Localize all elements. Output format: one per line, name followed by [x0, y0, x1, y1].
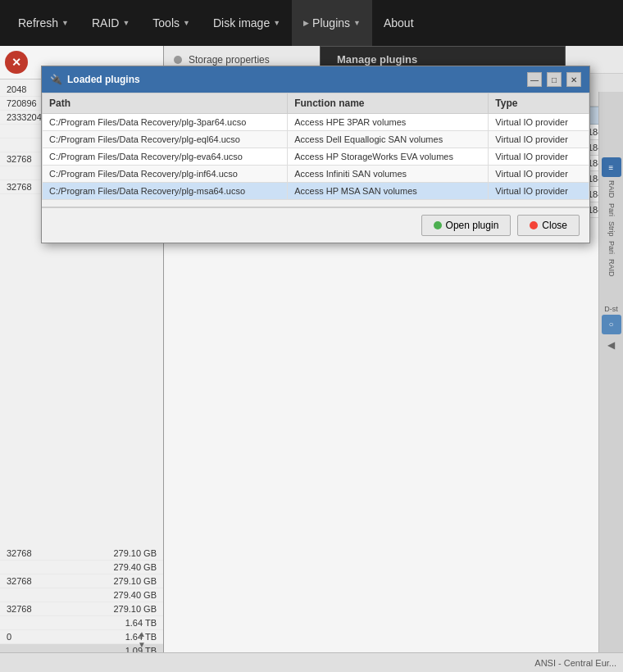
dialog-col-type: Type — [489, 93, 589, 114]
list-item: 32768279.10 GB — [0, 547, 163, 561]
open-plugin-button[interactable]: Open plugin — [421, 215, 512, 236]
strip-icon-1[interactable]: ≡ — [602, 157, 621, 177]
list-item: 32768279.10 GB — [0, 574, 163, 588]
menubar: Refresh ▼ RAID ▼ Tools ▼ Disk image ▼ ▶ … — [0, 0, 623, 46]
strip-icon-2[interactable]: ○ — [602, 315, 621, 334]
close-x-button[interactable]: ✕ — [5, 51, 28, 74]
strip-nav-section: D-st ○ — [602, 305, 621, 334]
status-text: ANSI - Central Eur... — [534, 658, 616, 668]
dialog-table-wrap: Path Function name Type C:/Program Files… — [42, 93, 589, 207]
close-dialog-button[interactable]: Close — [517, 215, 580, 236]
table-row[interactable]: C:/Program Files/Data Recovery/plg-msa64… — [43, 183, 589, 200]
table-row[interactable]: C:/Program Files/Data Recovery/plg-eva64… — [43, 148, 589, 166]
menubar-item-diskimage[interactable]: Disk image ▼ — [202, 0, 292, 46]
tools-arrow-icon: ▼ — [183, 19, 190, 27]
diskimage-arrow-icon: ▼ — [273, 19, 280, 27]
strip-label-strip: Strip — [607, 220, 616, 238]
dialog-footer: Open plugin Close — [42, 207, 589, 243]
strip-label-pari: Pari — [607, 202, 616, 218]
list-item: 279.40 GB — [0, 561, 163, 574]
storage-status-dot — [174, 56, 182, 64]
menubar-item-about[interactable]: About — [372, 0, 425, 46]
menubar-item-plugins[interactable]: ▶ Plugins ▼ — [292, 0, 372, 46]
status-bar: ANSI - Central Eur... — [0, 652, 623, 672]
dialog-content: Path Function name Type C:/Program Files… — [42, 93, 589, 243]
plugins-left-arrow-icon: ▶ — [303, 19, 309, 27]
list-item: 32768279.10 GB — [0, 602, 163, 616]
strip-label-raid: RAID — [607, 179, 616, 200]
dialog-minimize-button[interactable]: — — [527, 72, 542, 87]
dialog-table: Path Function name Type C:/Program Files… — [42, 93, 589, 200]
dialog-close-button[interactable]: ✕ — [566, 72, 581, 87]
plugins-arrow-icon: ▼ — [353, 19, 361, 27]
list-item: 279.40 GB — [0, 588, 163, 602]
plugin-icon: 🔌 — [50, 74, 62, 85]
table-row[interactable]: C:/Program Files/Data Recovery/plg-3par6… — [43, 114, 589, 131]
menubar-item-raid[interactable]: RAID ▼ — [80, 0, 141, 46]
strip-label-d0: D-st — [604, 305, 618, 313]
dialog-col-function: Function name — [288, 93, 489, 114]
menubar-item-refresh[interactable]: Refresh ▼ — [7, 0, 80, 46]
refresh-arrow-icon: ▼ — [61, 19, 69, 27]
raid-arrow-icon: ▼ — [122, 19, 130, 27]
scroll-arrows: ▲ ▼ — [138, 629, 146, 649]
close-dialog-dot-icon — [530, 221, 538, 229]
scroll-up-icon[interactable]: ▲ — [138, 629, 146, 638]
scroll-down-icon[interactable]: ▼ — [138, 640, 146, 649]
loaded-plugins-dialog: 🔌 Loaded plugins — □ ✕ Path Function nam… — [41, 66, 590, 243]
dialog-col-path: Path — [43, 93, 288, 114]
dialog-controls: — □ ✕ — [527, 72, 581, 87]
menubar-item-tools[interactable]: Tools ▼ — [141, 0, 202, 46]
dialog-maximize-button[interactable]: □ — [547, 72, 562, 87]
storage-props-label: Storage properties — [189, 54, 270, 66]
strip-nav-arrow-icon[interactable]: ◀ — [607, 339, 615, 351]
table-row[interactable]: C:/Program Files/Data Recovery/plg-inf64… — [43, 166, 589, 183]
strip-label-pari2: Pari — [607, 239, 616, 256]
open-plugin-dot-icon — [434, 221, 442, 229]
list-item: 1.64 TB — [0, 616, 163, 630]
dialog-title: 🔌 Loaded plugins — [50, 74, 140, 85]
strip-label-raid2: RAID — [607, 257, 616, 279]
dialog-titlebar: 🔌 Loaded plugins — □ ✕ — [42, 66, 589, 93]
right-strip: ≡ RAID Pari Strip Pari RAID D-st ○ ◀ — [598, 92, 623, 672]
table-row[interactable]: C:/Program Files/Data Recovery/plg-eql64… — [43, 131, 589, 148]
